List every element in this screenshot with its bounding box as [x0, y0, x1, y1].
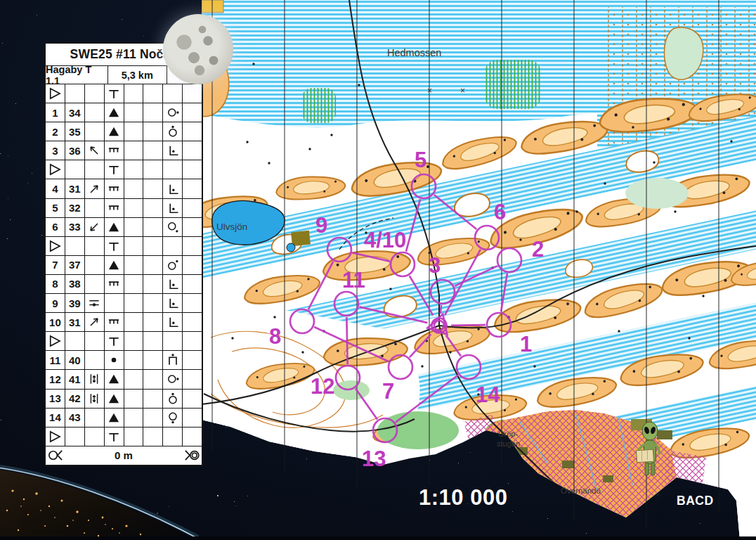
cell-empty	[183, 84, 202, 103]
cell-text: 32	[65, 199, 85, 217]
control-number-11: 11	[342, 268, 365, 292]
cell-empty	[124, 84, 144, 103]
cell-empty	[85, 428, 105, 446]
cell-empty	[183, 275, 202, 293]
cell-text: 8	[46, 275, 65, 293]
boulder-icon	[105, 390, 124, 408]
corner-icon	[163, 294, 183, 312]
cell-empty	[183, 179, 202, 198]
cell-empty	[124, 218, 144, 236]
cell-text: 43	[65, 409, 85, 427]
cell-text: 39	[65, 294, 85, 312]
cell-empty	[65, 332, 85, 350]
start-icon	[46, 160, 65, 179]
cell-text: 38	[65, 275, 85, 293]
cliff-icon	[105, 199, 124, 217]
cell-empty	[124, 409, 144, 427]
cell-text: 3	[46, 141, 65, 160]
cell-empty	[183, 294, 202, 312]
cell-empty	[143, 409, 163, 427]
cell-empty	[85, 122, 105, 141]
cell-empty	[85, 160, 105, 179]
cell-text: 13	[46, 390, 65, 408]
boulder-icon	[105, 409, 124, 427]
cell-text: 11	[46, 351, 65, 369]
cell-empty	[183, 409, 202, 427]
control-number-7: 7	[382, 379, 394, 404]
control-row-11: 1140	[46, 351, 202, 370]
cell-empty	[124, 275, 144, 293]
control-row-6: 633	[46, 218, 202, 237]
cell-empty	[143, 332, 163, 350]
cell-text: 40	[65, 351, 85, 369]
boulder-icon	[105, 256, 124, 274]
course-leg	[346, 317, 347, 364]
cell-empty	[183, 370, 202, 388]
label-grop: Gröp-	[498, 430, 518, 438]
cell-text: 4	[46, 179, 65, 198]
tee-icon	[105, 237, 124, 255]
cell-text: 14	[46, 409, 65, 427]
finish-row: 0 m	[46, 446, 202, 465]
ruin-icon	[163, 351, 183, 369]
cell-text: 33	[65, 218, 85, 236]
cell-text: 31	[65, 179, 85, 198]
cell-empty	[183, 199, 202, 217]
cell-empty	[85, 237, 105, 255]
corner-icon	[163, 179, 183, 198]
svg-text:×: ×	[460, 86, 465, 96]
label-overnando: Övernändö	[561, 487, 601, 495]
pos-ne-icon	[163, 256, 183, 274]
cliff-icon	[105, 141, 124, 160]
corner-icon	[163, 313, 183, 331]
start-row	[46, 237, 202, 256]
betw-h-icon	[85, 294, 105, 312]
cell-empty	[183, 390, 202, 408]
cell-text: 9	[46, 294, 65, 312]
control-number-13: 13	[362, 446, 386, 471]
map-version-code: BACD	[677, 494, 714, 508]
cell-text: 35	[65, 122, 85, 141]
cell-empty	[163, 84, 183, 103]
cell-empty	[143, 218, 163, 236]
cell-text: 36	[65, 141, 85, 160]
cell-text: 37	[65, 256, 85, 274]
start-icon	[46, 332, 65, 350]
start-icon	[46, 237, 65, 255]
control-number-8: 8	[269, 324, 281, 349]
course-name: Hagaby T 1.1	[46, 66, 108, 84]
control-number-4/10: 4/10	[364, 228, 406, 252]
cell-text: 31	[65, 313, 85, 331]
cell-empty	[143, 141, 163, 160]
cell-text: 42	[65, 390, 85, 408]
pos-e-icon	[163, 370, 183, 388]
control-row-1: 134	[46, 103, 202, 122]
control-description-sheet: SWE25 #11 Nočák Hagaby T 1.1 5,3 km 1342…	[44, 42, 203, 466]
cell-empty	[183, 103, 202, 122]
label-stugan: stugan	[497, 439, 520, 448]
start-icon	[46, 84, 65, 103]
arrow-ne-icon	[85, 179, 105, 198]
cell-empty	[143, 84, 163, 103]
control-row-14: 1443	[46, 409, 202, 428]
control-number-12: 12	[311, 374, 334, 399]
pos-n-icon	[163, 390, 183, 408]
cell-text: 1	[46, 103, 65, 122]
cell-empty	[65, 160, 85, 179]
cell-empty	[143, 122, 163, 141]
cell-empty	[163, 428, 183, 446]
start-row	[46, 84, 202, 103]
cell-text: 6	[46, 218, 65, 236]
arrow-ne-icon	[85, 313, 105, 331]
control-row-9: 939	[46, 294, 202, 313]
tee-icon	[105, 332, 124, 350]
course-leg	[441, 305, 441, 314]
cell-empty	[124, 313, 144, 331]
control-number-1: 1	[520, 332, 532, 356]
cell-empty	[124, 294, 144, 312]
cell-empty	[85, 332, 105, 350]
control-row-4: 431	[46, 179, 202, 198]
arrow-nw-icon	[85, 141, 105, 160]
corner-icon	[163, 199, 183, 217]
cell-empty	[124, 428, 144, 446]
